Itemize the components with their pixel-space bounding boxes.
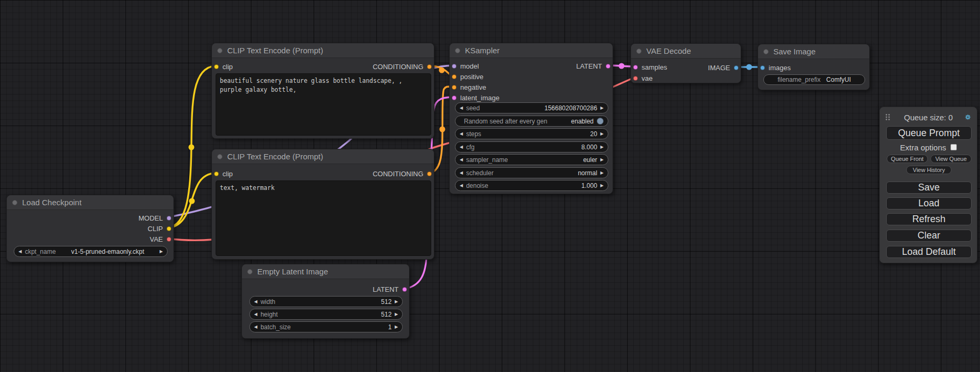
node-header[interactable]: Empty Latent Image: [242, 264, 409, 279]
width-widget[interactable]: ◀ width 512 ▶: [249, 296, 403, 307]
slot-dot-conditioning[interactable]: [452, 74, 457, 79]
increment-icon[interactable]: ▶: [395, 325, 398, 329]
settings-gear-icon[interactable]: [964, 112, 972, 122]
drag-handle-icon[interactable]: [885, 112, 890, 122]
ckpt-name-combo[interactable]: ◀ ckpt_name v1-5-pruned-emaonly.ckpt ▶: [14, 246, 168, 257]
decrement-icon[interactable]: ◀: [254, 312, 257, 317]
slot-dot-image[interactable]: [734, 65, 739, 70]
seed-widget[interactable]: ◀ seed 156680208700286 ▶: [455, 102, 608, 113]
slot-dot-latent[interactable]: [606, 64, 610, 69]
save-button[interactable]: Save: [886, 182, 972, 194]
node-empty-latent-image[interactable]: Empty Latent Image LATENT ◀ width 512 ▶ …: [241, 264, 410, 339]
sampler-name-combo[interactable]: ◀ sampler_name euler ▶: [455, 154, 608, 165]
slot-dot-conditioning[interactable]: [452, 85, 457, 90]
prompt-textarea[interactable]: text, watermark: [216, 180, 431, 256]
input-slot-images[interactable]: images: [760, 63, 791, 72]
input-slot-vae[interactable]: vae: [633, 73, 653, 83]
collapse-dot-icon[interactable]: [455, 48, 460, 53]
extra-options-checkbox[interactable]: [950, 144, 957, 150]
increment-icon[interactable]: ▶: [600, 158, 604, 162]
node-header[interactable]: Save Image: [758, 44, 869, 59]
slot-dot-model[interactable]: [167, 216, 171, 221]
view-queue-button[interactable]: View Queue: [930, 155, 972, 163]
output-slot-image[interactable]: IMAGE: [708, 63, 739, 72]
cfg-widget[interactable]: ◀ cfg 8.000 ▶: [455, 141, 608, 152]
output-slot-latent[interactable]: LATENT: [373, 284, 407, 294]
collapse-dot-icon[interactable]: [763, 49, 769, 54]
decrement-icon[interactable]: ◀: [460, 171, 463, 175]
link-dot[interactable]: [746, 64, 752, 70]
steps-widget[interactable]: ◀ steps 20 ▶: [455, 128, 608, 139]
input-slot-clip[interactable]: clip: [214, 62, 233, 71]
increment-icon[interactable]: ▶: [600, 145, 604, 149]
collapse-dot-icon[interactable]: [636, 49, 642, 54]
toggle-knob-icon[interactable]: [597, 118, 604, 125]
slot-dot-model[interactable]: [452, 64, 457, 69]
collapse-dot-icon[interactable]: [217, 48, 222, 53]
queue-prompt-button[interactable]: Queue Prompt: [886, 126, 972, 140]
prompt-textarea[interactable]: beautiful scenery nature glass bottle la…: [216, 73, 431, 136]
node-save-image[interactable]: Save Image images filename_prefix ComfyU…: [758, 44, 870, 90]
link-dot[interactable]: [189, 145, 195, 150]
output-slot-conditioning[interactable]: CONDITIONING: [373, 169, 432, 178]
slot-dot-image[interactable]: [760, 65, 765, 70]
collapse-dot-icon[interactable]: [12, 200, 17, 205]
increment-icon[interactable]: ▶: [395, 312, 398, 317]
node-clip-text-encode-negative[interactable]: CLIP Text Encode (Prompt) clip CONDITION…: [211, 149, 434, 260]
input-slot-model[interactable]: model: [452, 61, 479, 71]
increment-icon[interactable]: ▶: [600, 184, 604, 188]
increment-icon[interactable]: ▶: [160, 250, 163, 254]
decrement-icon[interactable]: ◀: [460, 184, 463, 188]
slot-dot-latent[interactable]: [633, 65, 638, 70]
node-ksampler[interactable]: KSampler model positive negative latent_…: [449, 43, 613, 194]
input-slot-latent-image[interactable]: latent_image: [452, 93, 499, 102]
node-clip-text-encode-positive[interactable]: CLIP Text Encode (Prompt) clip CONDITION…: [211, 43, 434, 139]
decrement-icon[interactable]: ◀: [460, 145, 463, 149]
link-dot[interactable]: [619, 63, 625, 69]
increment-icon[interactable]: ▶: [600, 171, 604, 175]
decrement-icon[interactable]: ◀: [460, 132, 463, 136]
denoise-widget[interactable]: ◀ denoise 1.000 ▶: [455, 180, 608, 191]
node-vae-decode[interactable]: VAE Decode samples vae IMAGE: [630, 43, 741, 83]
node-header[interactable]: KSampler: [450, 43, 613, 58]
load-default-button[interactable]: Load Default: [886, 246, 972, 258]
slot-dot-vae[interactable]: [167, 237, 171, 242]
increment-icon[interactable]: ▶: [600, 106, 604, 110]
collapse-dot-icon[interactable]: [217, 154, 222, 159]
node-header[interactable]: Load Checkpoint: [7, 195, 173, 210]
output-slot-conditioning[interactable]: CONDITIONING: [373, 62, 432, 71]
refresh-button[interactable]: Refresh: [886, 213, 972, 225]
slot-dot-clip[interactable]: [214, 171, 219, 176]
input-slot-negative[interactable]: negative: [452, 82, 486, 92]
slot-dot-latent[interactable]: [402, 287, 407, 292]
scheduler-combo[interactable]: ◀ scheduler normal ▶: [455, 167, 608, 178]
decrement-icon[interactable]: ◀: [18, 250, 22, 254]
decrement-icon[interactable]: ◀: [254, 300, 257, 304]
input-slot-clip[interactable]: clip: [214, 169, 233, 178]
slot-dot-clip[interactable]: [167, 226, 171, 231]
link-dot[interactable]: [189, 198, 195, 204]
increment-icon[interactable]: ▶: [600, 132, 604, 136]
output-slot-clip[interactable]: CLIP: [148, 224, 171, 233]
random-seed-toggle[interactable]: Random seed after every gen enabled: [455, 116, 608, 127]
decrement-icon[interactable]: ◀: [460, 106, 463, 110]
output-slot-vae[interactable]: VAE: [150, 234, 171, 244]
slot-dot-vae[interactable]: [633, 76, 638, 81]
queue-front-button[interactable]: Queue Front: [887, 155, 928, 163]
slot-dot-conditioning[interactable]: [427, 64, 432, 69]
node-load-checkpoint[interactable]: Load Checkpoint MODEL CLIP VAE ◀ ckpt_na…: [6, 195, 174, 262]
batch-size-widget[interactable]: ◀ batch_size 1 ▶: [249, 321, 403, 332]
slot-dot-conditioning[interactable]: [427, 171, 432, 176]
input-slot-samples[interactable]: samples: [633, 62, 667, 72]
load-button[interactable]: Load: [886, 197, 972, 209]
node-header[interactable]: CLIP Text Encode (Prompt): [212, 43, 434, 58]
collapse-dot-icon[interactable]: [247, 269, 253, 274]
increment-icon[interactable]: ▶: [395, 300, 398, 304]
height-widget[interactable]: ◀ height 512 ▶: [249, 309, 403, 320]
filename-prefix-widget[interactable]: filename_prefix ComfyUI: [763, 74, 865, 85]
node-header[interactable]: VAE Decode: [631, 44, 741, 59]
slot-dot-latent[interactable]: [452, 96, 457, 100]
decrement-icon[interactable]: ◀: [460, 158, 463, 162]
output-slot-latent[interactable]: LATENT: [576, 61, 610, 71]
decrement-icon[interactable]: ◀: [254, 325, 257, 329]
